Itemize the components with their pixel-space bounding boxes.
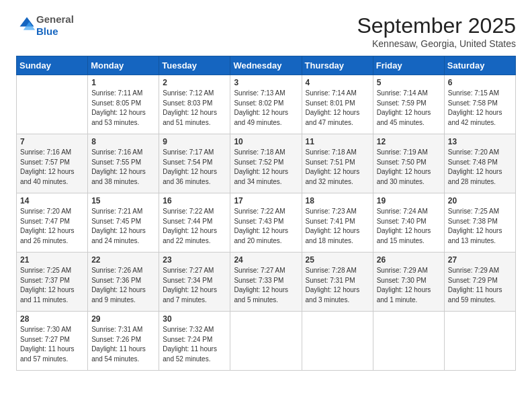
day-info: Sunrise: 7:14 AMSunset: 7:59 PMDaylight:… bbox=[377, 89, 441, 128]
day-number: 30 bbox=[163, 314, 226, 324]
day-number: 16 bbox=[163, 196, 226, 205]
day-number: 26 bbox=[377, 255, 441, 265]
day-info: Sunrise: 7:30 AMSunset: 7:27 PMDaylight:… bbox=[20, 325, 84, 364]
calendar-table: SundayMondayTuesdayWednesdayThursdayFrid… bbox=[16, 56, 516, 371]
day-info: Sunrise: 7:27 AMSunset: 7:33 PMDaylight:… bbox=[234, 266, 298, 305]
calendar-cell: 4Sunrise: 7:14 AMSunset: 8:01 PMDaylight… bbox=[302, 75, 373, 134]
calendar-cell: 30Sunrise: 7:32 AMSunset: 7:24 PMDayligh… bbox=[159, 312, 230, 371]
calendar-cell bbox=[17, 75, 88, 134]
calendar-cell: 18Sunrise: 7:23 AMSunset: 7:41 PMDayligh… bbox=[302, 193, 373, 253]
day-header-tuesday: Tuesday bbox=[159, 56, 230, 75]
calendar-cell: 15Sunrise: 7:21 AMSunset: 7:45 PMDayligh… bbox=[88, 193, 159, 253]
calendar-cell: 11Sunrise: 7:18 AMSunset: 7:51 PMDayligh… bbox=[302, 134, 373, 193]
day-info: Sunrise: 7:25 AMSunset: 7:37 PMDaylight:… bbox=[20, 266, 84, 305]
logo: General Blue bbox=[16, 13, 74, 38]
day-number: 28 bbox=[20, 314, 84, 324]
calendar-week-2: 7Sunrise: 7:16 AMSunset: 7:57 PMDaylight… bbox=[17, 134, 516, 193]
calendar-cell: 29Sunrise: 7:31 AMSunset: 7:26 PMDayligh… bbox=[88, 312, 159, 371]
day-info: Sunrise: 7:12 AMSunset: 8:03 PMDaylight:… bbox=[163, 89, 226, 128]
day-number: 8 bbox=[91, 137, 155, 146]
day-info: Sunrise: 7:15 AMSunset: 7:58 PMDaylight:… bbox=[448, 89, 512, 128]
day-info: Sunrise: 7:19 AMSunset: 7:50 PMDaylight:… bbox=[377, 148, 441, 187]
page-header: General Blue September 2025 Kennesaw, Ge… bbox=[16, 13, 516, 49]
day-number: 18 bbox=[306, 196, 369, 205]
day-number: 2 bbox=[163, 78, 226, 87]
calendar-week-3: 14Sunrise: 7:20 AMSunset: 7:47 PMDayligh… bbox=[17, 193, 516, 253]
logo-blue-text: Blue bbox=[36, 26, 58, 37]
calendar-cell: 19Sunrise: 7:24 AMSunset: 7:40 PMDayligh… bbox=[373, 193, 444, 253]
calendar-cell: 1Sunrise: 7:11 AMSunset: 8:05 PMDaylight… bbox=[88, 75, 159, 134]
day-number: 13 bbox=[448, 137, 512, 146]
day-number: 12 bbox=[377, 137, 441, 146]
day-number: 3 bbox=[234, 78, 298, 87]
day-number: 17 bbox=[234, 196, 298, 205]
calendar-cell: 25Sunrise: 7:28 AMSunset: 7:31 PMDayligh… bbox=[302, 253, 373, 312]
day-info: Sunrise: 7:20 AMSunset: 7:48 PMDaylight:… bbox=[448, 148, 512, 187]
day-number: 5 bbox=[377, 78, 441, 87]
calendar-week-5: 28Sunrise: 7:30 AMSunset: 7:27 PMDayligh… bbox=[17, 312, 516, 371]
day-header-monday: Monday bbox=[88, 56, 159, 75]
day-info: Sunrise: 7:18 AMSunset: 7:52 PMDaylight:… bbox=[234, 148, 298, 187]
calendar-cell: 5Sunrise: 7:14 AMSunset: 7:59 PMDaylight… bbox=[373, 75, 444, 134]
month-title: September 2025 bbox=[357, 13, 516, 38]
calendar-cell: 21Sunrise: 7:25 AMSunset: 7:37 PMDayligh… bbox=[17, 253, 88, 312]
calendar-cell: 22Sunrise: 7:26 AMSunset: 7:36 PMDayligh… bbox=[88, 253, 159, 312]
calendar-week-1: 1Sunrise: 7:11 AMSunset: 8:05 PMDaylight… bbox=[17, 75, 516, 134]
logo-general-text: General bbox=[36, 13, 74, 25]
calendar-cell: 27Sunrise: 7:29 AMSunset: 7:29 PMDayligh… bbox=[444, 253, 515, 312]
calendar-cell: 9Sunrise: 7:17 AMSunset: 7:54 PMDaylight… bbox=[159, 134, 230, 193]
day-number: 29 bbox=[91, 314, 155, 324]
day-header-thursday: Thursday bbox=[302, 56, 373, 75]
day-number: 6 bbox=[448, 78, 512, 87]
day-number: 20 bbox=[448, 196, 512, 205]
calendar-cell: 28Sunrise: 7:30 AMSunset: 7:27 PMDayligh… bbox=[17, 312, 88, 371]
location: Kennesaw, Georgia, United States bbox=[357, 38, 516, 49]
day-number: 1 bbox=[91, 78, 155, 87]
calendar-cell: 26Sunrise: 7:29 AMSunset: 7:30 PMDayligh… bbox=[373, 253, 444, 312]
day-info: Sunrise: 7:29 AMSunset: 7:30 PMDaylight:… bbox=[377, 266, 441, 305]
calendar-cell bbox=[230, 312, 302, 371]
calendar-cell: 23Sunrise: 7:27 AMSunset: 7:34 PMDayligh… bbox=[159, 253, 230, 312]
day-info: Sunrise: 7:28 AMSunset: 7:31 PMDaylight:… bbox=[306, 266, 369, 305]
day-info: Sunrise: 7:24 AMSunset: 7:40 PMDaylight:… bbox=[377, 207, 441, 246]
day-number: 22 bbox=[91, 255, 155, 265]
logo-icon bbox=[17, 15, 36, 34]
day-number: 4 bbox=[306, 78, 369, 87]
day-info: Sunrise: 7:21 AMSunset: 7:45 PMDaylight:… bbox=[91, 207, 155, 246]
calendar-cell: 20Sunrise: 7:25 AMSunset: 7:38 PMDayligh… bbox=[444, 193, 515, 253]
day-info: Sunrise: 7:26 AMSunset: 7:36 PMDaylight:… bbox=[91, 266, 155, 305]
calendar-cell: 7Sunrise: 7:16 AMSunset: 7:57 PMDaylight… bbox=[17, 134, 88, 193]
day-header-wednesday: Wednesday bbox=[230, 56, 302, 75]
day-info: Sunrise: 7:11 AMSunset: 8:05 PMDaylight:… bbox=[91, 89, 155, 128]
day-info: Sunrise: 7:29 AMSunset: 7:29 PMDaylight:… bbox=[448, 266, 512, 305]
day-header-saturday: Saturday bbox=[444, 56, 515, 75]
calendar-cell: 2Sunrise: 7:12 AMSunset: 8:03 PMDaylight… bbox=[159, 75, 230, 134]
calendar-week-4: 21Sunrise: 7:25 AMSunset: 7:37 PMDayligh… bbox=[17, 253, 516, 312]
day-header-sunday: Sunday bbox=[17, 56, 88, 75]
day-info: Sunrise: 7:23 AMSunset: 7:41 PMDaylight:… bbox=[306, 207, 369, 246]
title-section: September 2025 Kennesaw, Georgia, United… bbox=[357, 13, 516, 49]
calendar-header-row: SundayMondayTuesdayWednesdayThursdayFrid… bbox=[17, 56, 516, 75]
day-number: 15 bbox=[91, 196, 155, 205]
calendar-cell: 3Sunrise: 7:13 AMSunset: 8:02 PMDaylight… bbox=[230, 75, 302, 134]
day-header-friday: Friday bbox=[373, 56, 444, 75]
day-number: 24 bbox=[234, 255, 298, 265]
calendar-cell bbox=[444, 312, 515, 371]
calendar-cell: 13Sunrise: 7:20 AMSunset: 7:48 PMDayligh… bbox=[444, 134, 515, 193]
day-number: 7 bbox=[20, 137, 84, 146]
calendar-cell: 16Sunrise: 7:22 AMSunset: 7:44 PMDayligh… bbox=[159, 193, 230, 253]
calendar-cell: 8Sunrise: 7:16 AMSunset: 7:55 PMDaylight… bbox=[88, 134, 159, 193]
day-info: Sunrise: 7:20 AMSunset: 7:47 PMDaylight:… bbox=[20, 207, 84, 246]
day-info: Sunrise: 7:17 AMSunset: 7:54 PMDaylight:… bbox=[163, 148, 226, 187]
calendar-cell bbox=[373, 312, 444, 371]
day-info: Sunrise: 7:14 AMSunset: 8:01 PMDaylight:… bbox=[306, 89, 369, 128]
calendar-cell: 12Sunrise: 7:19 AMSunset: 7:50 PMDayligh… bbox=[373, 134, 444, 193]
day-info: Sunrise: 7:16 AMSunset: 7:55 PMDaylight:… bbox=[91, 148, 155, 187]
day-info: Sunrise: 7:22 AMSunset: 7:44 PMDaylight:… bbox=[163, 207, 226, 246]
day-info: Sunrise: 7:32 AMSunset: 7:24 PMDaylight:… bbox=[163, 325, 226, 364]
day-number: 23 bbox=[163, 255, 226, 265]
day-number: 10 bbox=[234, 137, 298, 146]
calendar-cell: 24Sunrise: 7:27 AMSunset: 7:33 PMDayligh… bbox=[230, 253, 302, 312]
calendar-cell: 17Sunrise: 7:22 AMSunset: 7:43 PMDayligh… bbox=[230, 193, 302, 253]
day-number: 27 bbox=[448, 255, 512, 265]
